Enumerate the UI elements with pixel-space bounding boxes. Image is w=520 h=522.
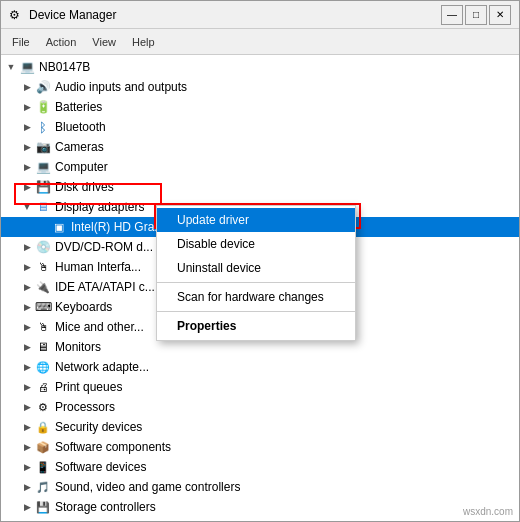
tree-root[interactable]: ▼ 💻 NB0147B xyxy=(1,57,519,77)
tree-item-sound[interactable]: ▶ 🎵 Sound, video and game controllers xyxy=(1,477,519,497)
softwaredev-icon: 📱 xyxy=(35,459,51,475)
network-expander[interactable]: ▶ xyxy=(19,359,35,375)
softwaredev-expander[interactable]: ▶ xyxy=(19,459,35,475)
tree-item-cameras[interactable]: ▶ 📷 Cameras xyxy=(1,137,519,157)
tree-item-system[interactable]: ▶ ⚙ System devices xyxy=(1,517,519,521)
window-title: Device Manager xyxy=(29,8,435,22)
tree-item-print[interactable]: ▶ 🖨 Print queues xyxy=(1,377,519,397)
context-menu-disable-device[interactable]: Disable device xyxy=(157,232,355,256)
computer-label: Computer xyxy=(55,160,108,174)
print-label: Print queues xyxy=(55,380,122,394)
tree-item-security[interactable]: ▶ 🔒 Security devices xyxy=(1,417,519,437)
watermark: wsxdn.com xyxy=(463,506,513,517)
context-menu: Update driver Disable device Uninstall d… xyxy=(156,205,356,341)
monitors-expander[interactable]: ▶ xyxy=(19,339,35,355)
diskdrives-expander[interactable]: ▶ xyxy=(19,179,35,195)
minimize-button[interactable]: — xyxy=(441,5,463,25)
storage-icon: 💾 xyxy=(35,499,51,515)
mice-expander[interactable]: ▶ xyxy=(19,319,35,335)
menu-action[interactable]: Action xyxy=(39,31,84,53)
close-button[interactable]: ✕ xyxy=(489,5,511,25)
tree-item-network[interactable]: ▶ 🌐 Network adapte... xyxy=(1,357,519,377)
softwarecomp-expander[interactable]: ▶ xyxy=(19,439,35,455)
context-menu-divider-2 xyxy=(157,311,355,312)
network-label: Network adapte... xyxy=(55,360,149,374)
monitor-icon: 🖥 xyxy=(35,339,51,355)
processors-expander[interactable]: ▶ xyxy=(19,399,35,415)
battery-icon: 🔋 xyxy=(35,99,51,115)
title-bar-controls: — □ ✕ xyxy=(441,5,511,25)
title-bar: ⚙ Device Manager — □ ✕ xyxy=(1,1,519,29)
menu-bar: File Action View Help xyxy=(1,29,519,55)
context-menu-update-driver[interactable]: Update driver xyxy=(157,208,355,232)
dvd-expander[interactable]: ▶ xyxy=(19,239,35,255)
tree-item-diskdrives[interactable]: ▶ 💾 Disk drives xyxy=(1,177,519,197)
intel-gpu-label: Intel(R) HD Gra... xyxy=(71,220,164,234)
tree-item-storage[interactable]: ▶ 💾 Storage controllers xyxy=(1,497,519,517)
security-icon: 🔒 xyxy=(35,419,51,435)
storage-expander[interactable]: ▶ xyxy=(19,499,35,515)
context-menu-properties[interactable]: Properties xyxy=(157,314,355,338)
context-menu-scan-hardware[interactable]: Scan for hardware changes xyxy=(157,285,355,309)
keyboards-label: Keyboards xyxy=(55,300,112,314)
ide-label: IDE ATA/ATAPI c... xyxy=(55,280,155,294)
audio-expander[interactable]: ▶ xyxy=(19,79,35,95)
human-icon: 🖱 xyxy=(35,259,51,275)
tree-item-audio[interactable]: ▶ 🔊 Audio inputs and outputs xyxy=(1,77,519,97)
system-expander[interactable]: ▶ xyxy=(19,519,35,521)
menu-file[interactable]: File xyxy=(5,31,37,53)
cameras-expander[interactable]: ▶ xyxy=(19,139,35,155)
security-label: Security devices xyxy=(55,420,142,434)
monitors-label: Monitors xyxy=(55,340,101,354)
tree-item-softwarecomp[interactable]: ▶ 📦 Software components xyxy=(1,437,519,457)
human-expander[interactable]: ▶ xyxy=(19,259,35,275)
window-icon: ⚙ xyxy=(9,8,23,22)
softwarecomp-icon: 📦 xyxy=(35,439,51,455)
keyboard-icon: ⌨ xyxy=(35,299,51,315)
keyboards-expander[interactable]: ▶ xyxy=(19,299,35,315)
display-icon: 🖥 xyxy=(35,199,51,215)
device-manager-window: ⚙ Device Manager — □ ✕ File Action View … xyxy=(0,0,520,522)
tree-item-softwaredev[interactable]: ▶ 📱 Software devices xyxy=(1,457,519,477)
menu-view[interactable]: View xyxy=(85,31,123,53)
context-menu-uninstall-device[interactable]: Uninstall device xyxy=(157,256,355,280)
system-label: System devices xyxy=(55,520,139,521)
sound-icon: 🎵 xyxy=(35,479,51,495)
computer-icon: 💻 xyxy=(19,59,35,75)
computer-expander[interactable]: ▶ xyxy=(19,159,35,175)
mice-icon: 🖱 xyxy=(35,319,51,335)
softwarecomp-label: Software components xyxy=(55,440,171,454)
tree-item-bluetooth[interactable]: ▶ ᛒ Bluetooth xyxy=(1,117,519,137)
security-expander[interactable]: ▶ xyxy=(19,419,35,435)
root-expander[interactable]: ▼ xyxy=(3,59,19,75)
batteries-label: Batteries xyxy=(55,100,102,114)
softwaredev-label: Software devices xyxy=(55,460,146,474)
audio-icon: 🔊 xyxy=(35,79,51,95)
maximize-button[interactable]: □ xyxy=(465,5,487,25)
tree-item-computer[interactable]: ▶ 💻 Computer xyxy=(1,157,519,177)
audio-label: Audio inputs and outputs xyxy=(55,80,187,94)
ide-expander[interactable]: ▶ xyxy=(19,279,35,295)
dvd-label: DVD/CD-ROM d... xyxy=(55,240,153,254)
displayadapters-label: Display adapters xyxy=(55,200,144,214)
context-menu-divider-1 xyxy=(157,282,355,283)
mice-label: Mice and other... xyxy=(55,320,144,334)
print-expander[interactable]: ▶ xyxy=(19,379,35,395)
batteries-expander[interactable]: ▶ xyxy=(19,99,35,115)
cameras-label: Cameras xyxy=(55,140,104,154)
content-area: ▼ 💻 NB0147B ▶ 🔊 Audio inputs and outputs… xyxy=(1,55,519,521)
bluetooth-expander[interactable]: ▶ xyxy=(19,119,35,135)
menu-help[interactable]: Help xyxy=(125,31,162,53)
tree-item-batteries[interactable]: ▶ 🔋 Batteries xyxy=(1,97,519,117)
gpu-icon: ▣ xyxy=(51,219,67,235)
ide-icon: 🔌 xyxy=(35,279,51,295)
display-expander[interactable]: ▼ xyxy=(19,199,35,215)
computer-icon: 💻 xyxy=(35,159,51,175)
bluetooth-icon: ᛒ xyxy=(35,119,51,135)
processor-icon: ⚙ xyxy=(35,399,51,415)
dvd-icon: 💿 xyxy=(35,239,51,255)
processors-label: Processors xyxy=(55,400,115,414)
sound-expander[interactable]: ▶ xyxy=(19,479,35,495)
tree-item-processors[interactable]: ▶ ⚙ Processors xyxy=(1,397,519,417)
camera-icon: 📷 xyxy=(35,139,51,155)
